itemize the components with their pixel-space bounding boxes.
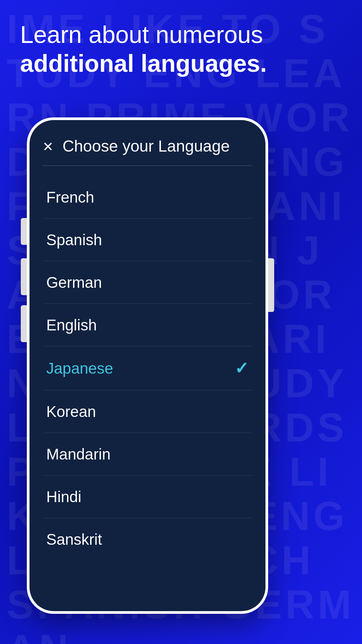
language-name-german: German <box>46 273 102 291</box>
phone-button-power <box>268 258 274 312</box>
language-item-french[interactable]: French <box>43 176 252 219</box>
phone-button-vol-up <box>21 258 27 295</box>
language-item-spanish[interactable]: Spanish <box>43 219 252 261</box>
language-name-japanese: Japanese <box>46 359 113 377</box>
language-name-french: French <box>46 188 94 206</box>
language-item-sanskrit[interactable]: Sanskrit <box>43 518 252 560</box>
language-name-mandarin: Mandarin <box>46 445 111 463</box>
header-line1: Learn about numerous <box>20 21 263 48</box>
header-line2: additional languages. <box>20 50 267 77</box>
language-item-english[interactable]: English <box>43 304 252 346</box>
language-item-hindi[interactable]: Hindi <box>43 476 252 518</box>
language-item-japanese[interactable]: Japanese✓ <box>43 346 252 390</box>
language-name-spanish: Spanish <box>46 231 102 249</box>
modal-header: × Choose your Language <box>43 137 252 166</box>
language-item-mandarin[interactable]: Mandarin <box>43 433 252 476</box>
language-name-sanskrit: Sanskrit <box>46 530 102 548</box>
phone-button-vol-down <box>21 305 27 342</box>
language-name-hindi: Hindi <box>46 488 81 506</box>
phone-screen: × Choose your Language FrenchSpanishGerm… <box>29 120 265 611</box>
phone-frame: × Choose your Language FrenchSpanishGerm… <box>27 117 268 614</box>
header-section: Learn about numerous additional language… <box>20 20 342 78</box>
language-item-german[interactable]: German <box>43 261 252 304</box>
check-icon-japanese: ✓ <box>235 359 249 378</box>
language-name-korean: Korean <box>46 402 96 421</box>
phone-container: × Choose your Language FrenchSpanishGerm… <box>27 117 362 644</box>
modal-title: Choose your Language <box>62 137 230 155</box>
language-list: FrenchSpanishGermanEnglishJapanese✓Korea… <box>43 176 252 560</box>
language-item-korean[interactable]: Korean <box>43 390 252 433</box>
phone-button-mute <box>21 218 27 245</box>
language-modal: × Choose your Language FrenchSpanishGerm… <box>29 120 265 574</box>
close-icon[interactable]: × <box>43 138 53 155</box>
language-name-english: English <box>46 316 97 334</box>
